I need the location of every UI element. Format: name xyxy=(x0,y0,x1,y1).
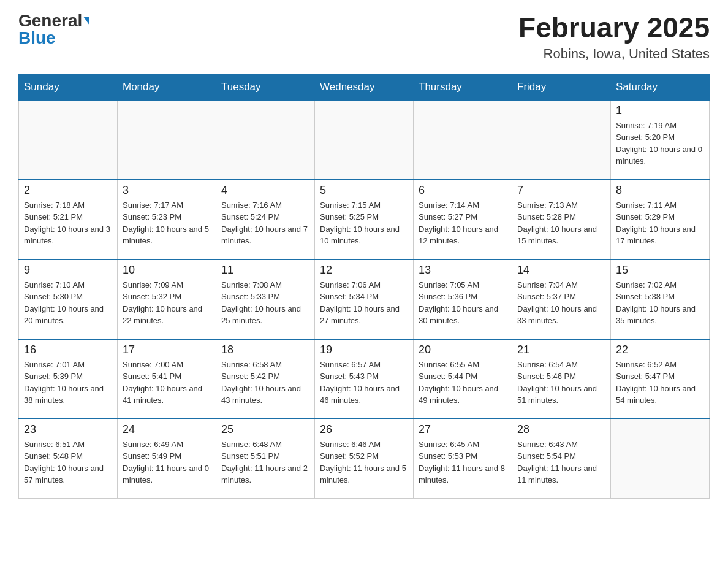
day-number: 18 xyxy=(221,343,309,356)
calendar-cell: 9Sunrise: 7:10 AM Sunset: 5:30 PM Daylig… xyxy=(19,259,118,339)
calendar-cell: 11Sunrise: 7:08 AM Sunset: 5:33 PM Dayli… xyxy=(216,259,315,339)
day-info: Sunrise: 7:16 AM Sunset: 5:24 PM Dayligh… xyxy=(221,199,309,247)
day-info: Sunrise: 6:58 AM Sunset: 5:42 PM Dayligh… xyxy=(221,359,309,407)
day-info: Sunrise: 7:04 AM Sunset: 5:37 PM Dayligh… xyxy=(517,279,605,327)
column-header-tuesday: Tuesday xyxy=(216,74,315,100)
calendar-cell xyxy=(216,100,315,180)
day-number: 21 xyxy=(517,343,605,356)
calendar-cell: 20Sunrise: 6:55 AM Sunset: 5:44 PM Dayli… xyxy=(414,339,512,419)
calendar-cell: 28Sunrise: 6:43 AM Sunset: 5:54 PM Dayli… xyxy=(512,419,611,499)
calendar-cell: 27Sunrise: 6:45 AM Sunset: 5:53 PM Dayli… xyxy=(414,419,512,499)
day-info: Sunrise: 7:02 AM Sunset: 5:38 PM Dayligh… xyxy=(616,279,704,327)
calendar-cell xyxy=(611,419,710,499)
week-row-4: 16Sunrise: 7:01 AM Sunset: 5:39 PM Dayli… xyxy=(19,339,710,419)
calendar-cell xyxy=(118,100,216,180)
column-header-sunday: Sunday xyxy=(19,74,118,100)
day-info: Sunrise: 7:11 AM Sunset: 5:29 PM Dayligh… xyxy=(616,199,704,247)
logo-general-text: General xyxy=(18,12,82,29)
month-title: February 2025 xyxy=(518,12,710,44)
day-number: 7 xyxy=(517,184,605,197)
day-number: 16 xyxy=(24,343,112,356)
week-row-5: 23Sunrise: 6:51 AM Sunset: 5:48 PM Dayli… xyxy=(19,419,710,499)
column-header-wednesday: Wednesday xyxy=(315,74,414,100)
calendar-cell: 26Sunrise: 6:46 AM Sunset: 5:52 PM Dayli… xyxy=(315,419,414,499)
calendar-cell xyxy=(414,100,512,180)
calendar-cell: 18Sunrise: 6:58 AM Sunset: 5:42 PM Dayli… xyxy=(216,339,315,419)
day-info: Sunrise: 6:43 AM Sunset: 5:54 PM Dayligh… xyxy=(517,439,605,486)
day-info: Sunrise: 7:09 AM Sunset: 5:32 PM Dayligh… xyxy=(123,279,211,327)
day-info: Sunrise: 6:54 AM Sunset: 5:46 PM Dayligh… xyxy=(517,359,605,407)
day-number: 19 xyxy=(320,343,408,356)
calendar-cell: 10Sunrise: 7:09 AM Sunset: 5:32 PM Dayli… xyxy=(118,259,216,339)
calendar-cell: 16Sunrise: 7:01 AM Sunset: 5:39 PM Dayli… xyxy=(19,339,118,419)
logo-blue-text: Blue xyxy=(18,29,56,47)
day-info: Sunrise: 6:52 AM Sunset: 5:47 PM Dayligh… xyxy=(616,359,704,407)
calendar-cell: 1Sunrise: 7:19 AM Sunset: 5:20 PM Daylig… xyxy=(611,100,710,180)
day-info: Sunrise: 7:17 AM Sunset: 5:23 PM Dayligh… xyxy=(123,199,211,247)
day-number: 26 xyxy=(320,423,408,436)
day-info: Sunrise: 6:48 AM Sunset: 5:51 PM Dayligh… xyxy=(221,439,309,486)
logo: General Blue xyxy=(18,12,89,47)
calendar-cell: 7Sunrise: 7:13 AM Sunset: 5:28 PM Daylig… xyxy=(512,180,611,259)
calendar-cell xyxy=(19,100,118,180)
calendar-cell: 14Sunrise: 7:04 AM Sunset: 5:37 PM Dayli… xyxy=(512,259,611,339)
calendar-cell: 15Sunrise: 7:02 AM Sunset: 5:38 PM Dayli… xyxy=(611,259,710,339)
location-text: Robins, Iowa, United States xyxy=(518,46,710,62)
day-info: Sunrise: 6:55 AM Sunset: 5:44 PM Dayligh… xyxy=(419,359,507,407)
day-info: Sunrise: 6:46 AM Sunset: 5:52 PM Dayligh… xyxy=(320,439,408,486)
calendar-cell: 22Sunrise: 6:52 AM Sunset: 5:47 PM Dayli… xyxy=(611,339,710,419)
day-number: 22 xyxy=(616,343,704,356)
day-info: Sunrise: 7:08 AM Sunset: 5:33 PM Dayligh… xyxy=(221,279,309,327)
day-number: 14 xyxy=(517,264,605,277)
day-info: Sunrise: 7:06 AM Sunset: 5:34 PM Dayligh… xyxy=(320,279,408,327)
day-info: Sunrise: 6:49 AM Sunset: 5:49 PM Dayligh… xyxy=(123,439,211,486)
column-header-friday: Friday xyxy=(512,74,611,100)
day-number: 8 xyxy=(616,184,704,197)
day-info: Sunrise: 7:01 AM Sunset: 5:39 PM Dayligh… xyxy=(24,359,112,407)
calendar-cell: 2Sunrise: 7:18 AM Sunset: 5:21 PM Daylig… xyxy=(19,180,118,259)
calendar-cell xyxy=(512,100,611,180)
day-number: 20 xyxy=(419,343,507,356)
week-row-3: 9Sunrise: 7:10 AM Sunset: 5:30 PM Daylig… xyxy=(19,259,710,339)
calendar-cell xyxy=(315,100,414,180)
day-number: 15 xyxy=(616,264,704,277)
day-info: Sunrise: 7:10 AM Sunset: 5:30 PM Dayligh… xyxy=(24,279,112,327)
day-number: 23 xyxy=(24,423,112,436)
day-info: Sunrise: 7:13 AM Sunset: 5:28 PM Dayligh… xyxy=(517,199,605,247)
calendar-cell: 13Sunrise: 7:05 AM Sunset: 5:36 PM Dayli… xyxy=(414,259,512,339)
day-number: 10 xyxy=(123,264,211,277)
calendar-cell: 23Sunrise: 6:51 AM Sunset: 5:48 PM Dayli… xyxy=(19,419,118,499)
day-info: Sunrise: 7:05 AM Sunset: 5:36 PM Dayligh… xyxy=(419,279,507,327)
column-header-saturday: Saturday xyxy=(611,74,710,100)
day-number: 9 xyxy=(24,264,112,277)
page-header: General Blue February 2025 Robins, Iowa,… xyxy=(18,12,710,62)
day-info: Sunrise: 7:00 AM Sunset: 5:41 PM Dayligh… xyxy=(123,359,211,407)
day-info: Sunrise: 7:15 AM Sunset: 5:25 PM Dayligh… xyxy=(320,199,408,247)
calendar-cell: 8Sunrise: 7:11 AM Sunset: 5:29 PM Daylig… xyxy=(611,180,710,259)
day-number: 27 xyxy=(419,423,507,436)
week-row-2: 2Sunrise: 7:18 AM Sunset: 5:21 PM Daylig… xyxy=(19,180,710,259)
day-number: 3 xyxy=(123,184,211,197)
day-number: 5 xyxy=(320,184,408,197)
day-number: 13 xyxy=(419,264,507,277)
week-row-1: 1Sunrise: 7:19 AM Sunset: 5:20 PM Daylig… xyxy=(19,100,710,180)
day-number: 24 xyxy=(123,423,211,436)
calendar-header-row: SundayMondayTuesdayWednesdayThursdayFrid… xyxy=(19,74,710,100)
calendar-cell: 12Sunrise: 7:06 AM Sunset: 5:34 PM Dayli… xyxy=(315,259,414,339)
column-header-thursday: Thursday xyxy=(414,74,512,100)
calendar-cell: 6Sunrise: 7:14 AM Sunset: 5:27 PM Daylig… xyxy=(414,180,512,259)
calendar-cell: 24Sunrise: 6:49 AM Sunset: 5:49 PM Dayli… xyxy=(118,419,216,499)
calendar-cell: 25Sunrise: 6:48 AM Sunset: 5:51 PM Dayli… xyxy=(216,419,315,499)
day-info: Sunrise: 6:57 AM Sunset: 5:43 PM Dayligh… xyxy=(320,359,408,407)
day-number: 6 xyxy=(419,184,507,197)
day-number: 12 xyxy=(320,264,408,277)
day-number: 28 xyxy=(517,423,605,436)
calendar-cell: 5Sunrise: 7:15 AM Sunset: 5:25 PM Daylig… xyxy=(315,180,414,259)
day-number: 25 xyxy=(221,423,309,436)
calendar-cell: 19Sunrise: 6:57 AM Sunset: 5:43 PM Dayli… xyxy=(315,339,414,419)
day-number: 17 xyxy=(123,343,211,356)
calendar-cell: 17Sunrise: 7:00 AM Sunset: 5:41 PM Dayli… xyxy=(118,339,216,419)
day-number: 11 xyxy=(221,264,309,277)
column-header-monday: Monday xyxy=(118,74,216,100)
calendar-cell: 3Sunrise: 7:17 AM Sunset: 5:23 PM Daylig… xyxy=(118,180,216,259)
